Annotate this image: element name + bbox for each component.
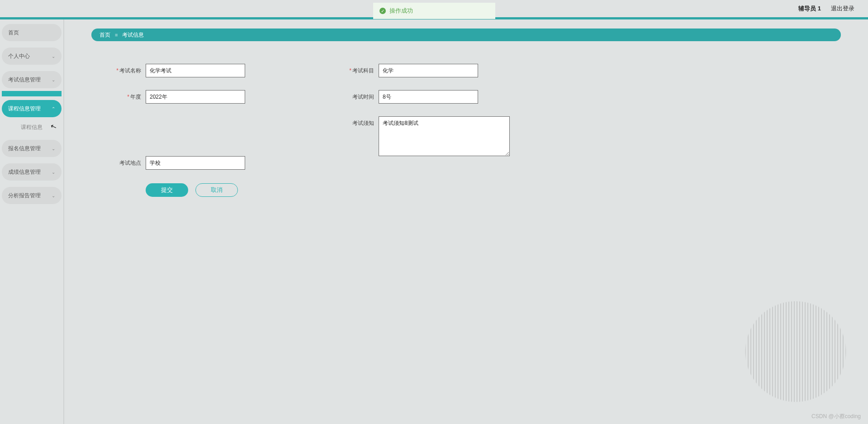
field-exam-notice: 考试须知 bbox=[324, 116, 544, 156]
exam-form: *考试名称 *年度 考试地点 提交 取消 bbox=[91, 64, 544, 197]
exam-place-input[interactable] bbox=[146, 156, 245, 170]
chevron-down-icon: ⌄ bbox=[52, 146, 55, 151]
sidebar-item-report[interactable]: 分析报告管理 ⌄ bbox=[2, 187, 62, 204]
check-circle-icon: ✓ bbox=[379, 8, 386, 14]
sidebar-item-label: 分析报告管理 bbox=[8, 192, 41, 200]
toast-text: 操作成功 bbox=[389, 7, 413, 15]
field-exam-time: 考试时间 bbox=[324, 90, 544, 104]
field-exam-subject: *考试科目 bbox=[324, 64, 544, 77]
required-mark: * bbox=[127, 94, 129, 100]
chevron-down-icon: ⌄ bbox=[52, 54, 55, 59]
required-mark: * bbox=[349, 67, 351, 74]
main-panel: 首页 ≡ 考试信息 *考试名称 *年度 考试地点 bbox=[63, 19, 868, 424]
sidebar-item-course-info[interactable]: 课程信息管理 ⌃ bbox=[2, 100, 62, 117]
field-label: 考试须知 bbox=[352, 120, 374, 126]
exam-notice-textarea[interactable] bbox=[379, 116, 510, 156]
field-label: 考试地点 bbox=[119, 160, 141, 166]
field-exam-place: 考试地点 bbox=[91, 156, 311, 170]
sidebar-item-label: 个人中心 bbox=[8, 52, 30, 60]
chevron-down-icon: ⌄ bbox=[52, 170, 55, 175]
sidebar-item-profile[interactable]: 个人中心 ⌄ bbox=[2, 48, 62, 65]
field-label: 考试科目 bbox=[352, 67, 374, 74]
chevron-down-icon: ⌄ bbox=[52, 193, 55, 198]
field-year: *年度 bbox=[91, 90, 311, 104]
required-mark: * bbox=[116, 67, 119, 74]
sidebar-item-label: 成绩信息管理 bbox=[8, 168, 41, 176]
chevron-down-icon: ⌄ bbox=[52, 77, 55, 82]
submit-button[interactable]: 提交 bbox=[146, 183, 188, 197]
sidebar-item-signup-info[interactable]: 报名信息管理 ⌄ bbox=[2, 140, 62, 157]
cancel-button[interactable]: 取消 bbox=[195, 183, 238, 197]
sidebar-subitem-course[interactable]: 课程信息 bbox=[2, 121, 62, 133]
exam-subject-input[interactable] bbox=[379, 64, 478, 77]
sidebar-item-label: 考试信息管理 bbox=[8, 76, 41, 84]
exam-name-input[interactable] bbox=[146, 64, 245, 77]
sidebar-item-home[interactable]: 首页 bbox=[2, 24, 62, 41]
sidebar-active-strip bbox=[2, 91, 62, 96]
sidebar-subitem-label: 课程信息 bbox=[21, 124, 43, 131]
sidebar-item-exam-info[interactable]: 考试信息管理 ⌄ bbox=[2, 71, 62, 88]
form-buttons: 提交 取消 bbox=[146, 183, 311, 197]
success-toast: ✓ 操作成功 bbox=[373, 3, 495, 19]
exam-time-input[interactable] bbox=[379, 90, 478, 104]
breadcrumb-current: 考试信息 bbox=[122, 31, 144, 39]
sidebar-item-label: 首页 bbox=[8, 29, 19, 37]
breadcrumb: 首页 ≡ 考试信息 bbox=[91, 29, 841, 41]
field-exam-name: *考试名称 bbox=[91, 64, 311, 77]
breadcrumb-home[interactable]: 首页 bbox=[100, 31, 110, 39]
sidebar-item-label: 课程信息管理 bbox=[8, 105, 41, 113]
sidebar-item-score-info[interactable]: 成绩信息管理 ⌄ bbox=[2, 163, 62, 181]
decorative-circle bbox=[737, 293, 854, 410]
breadcrumb-separator-icon: ≡ bbox=[115, 32, 118, 38]
field-label: 考试名称 bbox=[119, 67, 141, 74]
field-label: 年度 bbox=[130, 94, 141, 100]
field-label: 考试时间 bbox=[352, 94, 374, 100]
logout-link[interactable]: 退出登录 bbox=[831, 5, 854, 13]
watermark-text: CSDN @小蔡coding bbox=[811, 413, 861, 420]
sidebar-item-label: 报名信息管理 bbox=[8, 145, 41, 152]
current-user-label: 辅导员 1 bbox=[798, 5, 821, 13]
sidebar: 首页 个人中心 ⌄ 考试信息管理 ⌄ 课程信息管理 ⌃ 课程信息 报名信息管理 … bbox=[0, 19, 63, 424]
chevron-up-icon: ⌃ bbox=[52, 106, 55, 111]
year-input[interactable] bbox=[146, 90, 245, 104]
